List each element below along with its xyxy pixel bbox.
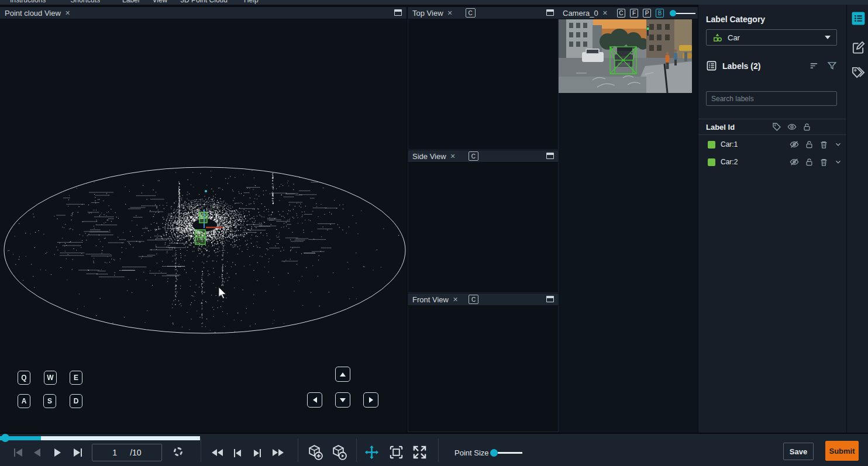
toolbar-divider (201, 439, 201, 462)
chevron-down-icon[interactable] (834, 158, 842, 166)
camera-mode-f-button[interactable]: F (630, 9, 638, 18)
point-cloud-panel-header: Point cloud View ✕ (0, 7, 407, 19)
menu-item-3d-point-cloud[interactable]: 3D Point Cloud (180, 0, 228, 1)
tag-icon[interactable] (772, 122, 781, 132)
close-icon[interactable]: ✕ (602, 9, 608, 17)
pan-up-button[interactable] (335, 367, 350, 382)
fast-forward-button[interactable] (273, 449, 284, 456)
toolbar-divider (438, 439, 439, 462)
lock-icon[interactable] (805, 158, 814, 167)
front-view-camera-button[interactable]: C (469, 295, 478, 304)
camera-slider-knob[interactable] (670, 10, 676, 16)
add-cuboid-auto-button[interactable] (330, 444, 347, 461)
next-frame-button[interactable] (74, 448, 82, 457)
seek-knob[interactable] (1, 434, 9, 442)
side-view-camera-button[interactable]: C (469, 151, 478, 161)
submit-button[interactable]: Submit (825, 441, 859, 461)
close-icon[interactable]: ✕ (453, 296, 458, 303)
menu-item-shortcuts[interactable]: Shortcuts (70, 0, 100, 1)
key-hint-e[interactable]: E (70, 371, 82, 385)
arrow-down-icon (340, 398, 346, 402)
close-icon[interactable]: ✕ (447, 9, 453, 17)
rewind-icon2 (218, 449, 223, 456)
close-icon[interactable]: ✕ (65, 9, 70, 17)
labels-tab-button[interactable] (850, 11, 866, 26)
menu-item-label[interactable]: Label (122, 0, 139, 1)
label-category-dropdown[interactable]: Car (706, 29, 837, 46)
key-hint-d[interactable]: D (70, 394, 82, 408)
label-color-swatch (708, 158, 715, 166)
lock-icon[interactable] (802, 123, 811, 132)
cube-plus-icon (306, 444, 323, 461)
filter-icon[interactable] (827, 61, 837, 71)
labels-list-icon (706, 60, 717, 71)
lock-icon[interactable] (805, 140, 814, 149)
next-icon (74, 448, 80, 457)
frame-counter[interactable]: 1 /10 (92, 444, 162, 461)
maximize-icon[interactable] (394, 9, 402, 16)
search-labels-input[interactable] (706, 91, 837, 106)
eye-off-icon[interactable] (790, 157, 799, 167)
pan-left-button[interactable] (307, 392, 322, 408)
jump-last-button[interactable] (254, 449, 261, 457)
move-icon (364, 444, 380, 460)
eye-icon[interactable] (787, 122, 797, 132)
pan-down-button[interactable] (335, 392, 350, 408)
maximize-icon[interactable] (546, 153, 554, 159)
top-view-camera-button[interactable]: C (466, 8, 476, 18)
key-hint-q[interactable]: Q (18, 371, 30, 385)
key-hint-w[interactable]: W (44, 371, 57, 385)
frame-seek-bar[interactable] (0, 436, 200, 440)
fast-rewind-button[interactable] (212, 449, 223, 456)
label-category-value: Car (728, 33, 740, 42)
maximize-icon[interactable] (546, 9, 554, 16)
building-left-dark (559, 19, 567, 61)
camera-mode-p-button[interactable]: P (643, 9, 651, 18)
trash-icon[interactable] (819, 140, 828, 149)
label-row-car-1[interactable]: Car:1 (698, 136, 847, 153)
ffwd-icon2 (278, 449, 284, 456)
maximize-icon[interactable] (546, 296, 554, 302)
key-hint-s[interactable]: S (43, 394, 56, 408)
top-view-viewport[interactable] (408, 19, 559, 150)
eye-off-icon[interactable] (790, 140, 799, 149)
play-button[interactable] (54, 448, 61, 457)
pan-right-button[interactable] (363, 392, 378, 408)
camera-mode-b-button[interactable]: B (656, 9, 664, 18)
previous-frame-button[interactable] (34, 448, 40, 457)
side-view-viewport[interactable] (408, 163, 559, 293)
sort-icon[interactable] (809, 61, 819, 71)
jump-first-button[interactable] (234, 449, 241, 457)
expand-icon (412, 444, 428, 460)
tags-icon (852, 65, 865, 79)
toolbar-divider (356, 439, 357, 462)
menu-item-help[interactable]: Help (244, 0, 259, 1)
jump-last-bar (260, 449, 261, 457)
side-view-header: Side View ✕ C (408, 150, 559, 163)
edit-tab-button[interactable] (850, 40, 866, 55)
close-icon[interactable]: ✕ (450, 153, 456, 160)
tags-tab-button[interactable] (850, 64, 866, 80)
point-size-slider-knob[interactable] (490, 449, 498, 457)
point-size-slider-track[interactable] (498, 452, 522, 454)
add-cuboid-button[interactable] (306, 444, 323, 461)
camera-mode-c-button[interactable]: C (617, 9, 625, 18)
fullscreen-button[interactable] (412, 444, 428, 460)
camera-image[interactable] (559, 19, 692, 93)
chevron-down-icon[interactable] (834, 140, 842, 149)
fit-view-button[interactable] (388, 444, 404, 460)
camera-overlay-slider[interactable] (670, 9, 694, 18)
category-shapes-icon (712, 33, 722, 43)
trash-icon[interactable] (819, 158, 828, 167)
point-cloud-viewport[interactable]: Q W E A S D (0, 19, 407, 433)
label-row-car-2[interactable]: Car:2 (698, 153, 847, 171)
jump-last-icon (254, 450, 259, 457)
skip-to-first-button[interactable] (14, 448, 22, 457)
key-hint-a[interactable]: A (18, 394, 30, 408)
front-view-viewport[interactable] (408, 306, 559, 432)
labels-header-row: Labels (2) (706, 60, 837, 71)
menu-item-view[interactable]: View (152, 0, 167, 1)
menu-item-instructions[interactable]: Instructions (10, 0, 46, 1)
save-button[interactable]: Save (783, 443, 814, 460)
move-tool-button[interactable] (364, 444, 380, 460)
